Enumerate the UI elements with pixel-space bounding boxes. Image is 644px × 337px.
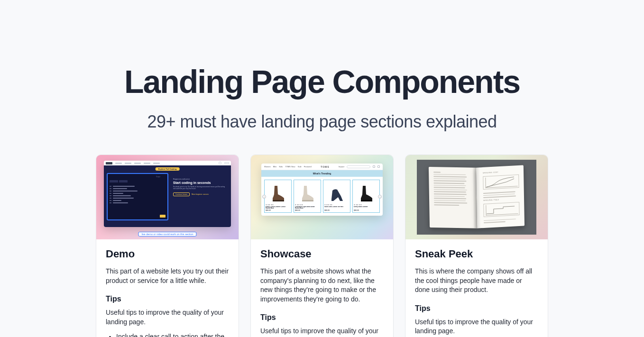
card-demo-description: This part of a website lets you try out …: [106, 267, 229, 285]
book-page-left: [429, 167, 477, 228]
book-chart-1: [483, 174, 519, 190]
product-price: $80.00: [266, 209, 290, 211]
demo-nav-item: [144, 163, 150, 164]
product-price: $80.00: [354, 209, 378, 211]
boot-icon: [356, 182, 376, 203]
demo-eyebrow: Beginners welcome: [173, 178, 227, 180]
demo-hero: Explore Full Catalog Output: [104, 165, 231, 227]
shop-nav-item: Kids: [279, 165, 283, 168]
product-name: Everly Cutout Leather Cutout Heeled Boot: [266, 206, 290, 209]
heel-icon: [327, 182, 347, 203]
product-price: $80.00: [324, 209, 349, 211]
shop-nav-item: Women: [264, 165, 271, 168]
shop-browser-window: Women Men Kids TOMS Gear Sale Featured T…: [261, 164, 383, 216]
card-showcase-tips-lead: Useful tips to improve the quality of yo…: [260, 327, 384, 337]
boot-icon: [297, 182, 317, 203]
product-price: $80.00: [295, 209, 320, 211]
shop-banner: What's Trending: [261, 170, 383, 177]
demo-secondary-link: More beginner courses: [192, 193, 209, 195]
card-sneak-peek-thumbnail: MARGINAL COST MARGINAL FIELD: [405, 155, 548, 239]
carousel-next-icon: ›: [378, 195, 382, 199]
card-demo-tip-item: Include a clear call to action after the: [116, 332, 229, 337]
card-showcase-description: This part of a website shows what the co…: [260, 267, 384, 304]
card-showcase[interactable]: Women Men Kids TOMS Gear Sale Featured T…: [250, 155, 394, 337]
page-title: Landing Page Components: [0, 65, 644, 98]
book-page-right: MARGINAL COST MARGINAL FIELD: [476, 165, 524, 228]
book-photo: MARGINAL COST MARGINAL FIELD: [417, 160, 536, 235]
user-icon: [373, 165, 375, 168]
search-icon: [219, 162, 221, 164]
shop-nav-item: Featured: [304, 165, 312, 168]
card-demo-title: Demo: [106, 248, 229, 260]
demo-logo: [106, 162, 112, 164]
card-sneak-peek-description: This is where the company shows off all …: [415, 267, 538, 295]
shop-product-row: ‹ › ★★★★★Everly Cutout Leather Cutout He…: [261, 177, 383, 216]
demo-nav-item: [134, 163, 141, 164]
demo-topbar: [104, 161, 231, 165]
demo-code-editor: Output: [107, 173, 168, 220]
page-subtitle: 29+ must have landing page sections expl…: [0, 112, 644, 132]
book-chart-label: MARGINAL COST: [483, 170, 519, 174]
card-demo-thumbnail: Explore Full Catalog Output: [96, 155, 239, 239]
demo-nav-item: [125, 163, 131, 164]
svg-rect-0: [273, 200, 284, 201]
book-chart-2: [483, 202, 519, 217]
card-showcase-thumbnail: Women Men Kids TOMS Gear Sale Featured T…: [251, 155, 393, 239]
demo-primary-button: Continue lesson: [173, 192, 190, 196]
demo-browser-window: Explore Full Catalog Output: [104, 161, 231, 227]
demo-output-label: Output: [156, 176, 166, 178]
product-card: ★★★★★Everly Black Leather$80.00: [352, 180, 380, 213]
product-name: Everly Black Leather: [354, 206, 378, 209]
demo-annotation-pill: live demo or video could work on this se…: [138, 232, 196, 237]
svg-rect-2: [361, 200, 372, 201]
demo-nav-item: [115, 163, 122, 164]
product-name: Milan Glow Closed Toe Heel: [324, 206, 349, 209]
card-showcase-body: Showcase This part of a website shows wh…: [251, 239, 393, 337]
demo-paragraph: Go ahead, give it a try. Our hands-on le…: [173, 186, 227, 190]
carousel-prev-icon: ‹: [262, 195, 266, 199]
open-book: MARGINAL COST MARGINAL FIELD: [429, 166, 524, 228]
card-sneak-peek-title: Sneak Peek: [415, 248, 538, 260]
demo-cta-pill: Explore Full Catalog: [156, 167, 180, 171]
demo-login-button: [224, 162, 229, 164]
card-sneak-peek-tips-lead: Useful tips to improve the quality of yo…: [415, 318, 538, 336]
card-sneak-peek[interactable]: MARGINAL COST MARGINAL FIELD: [405, 155, 548, 337]
demo-headline: Start coding in seconds: [173, 181, 227, 185]
card-demo-tips-list: Include a clear call to action after the: [106, 332, 229, 337]
demo-copy: Beginners welcome Start coding in second…: [173, 178, 227, 196]
product-card: ★★★★★Milan Glow Closed Toe Heel$80.00: [323, 180, 350, 213]
product-card: ★★★★★Everly Cutout Leather Cutout Heeled…: [264, 180, 292, 213]
card-showcase-tips-heading: Tips: [260, 313, 384, 322]
shop-nav-item: Men: [273, 165, 277, 168]
product-card: ★★★★★Constance Light Sand Suede Heeled B…: [294, 180, 321, 213]
shop-nav-item: TOMS Gear: [285, 165, 295, 168]
card-sneak-peek-tips-heading: Tips: [415, 304, 538, 313]
svg-rect-1: [302, 200, 313, 201]
shop-impact-link: Impact: [339, 165, 344, 168]
book-chart-label: MARGINAL FIELD: [483, 198, 519, 201]
boot-icon: [268, 182, 288, 203]
shop-topbar: Women Men Kids TOMS Gear Sale Featured T…: [261, 164, 383, 170]
shop-search-input: [347, 165, 370, 168]
product-name: Constance Light Sand Suede Heeled Boot: [295, 206, 320, 209]
shop-brand-logo: TOMS: [321, 165, 329, 168]
cards-grid: Explore Full Catalog Output: [96, 155, 548, 337]
card-showcase-title: Showcase: [260, 248, 384, 260]
shop-nav-item: Sale: [298, 165, 302, 168]
demo-run-button: [160, 215, 166, 218]
card-demo-body: Demo This part of a website lets you try…: [96, 239, 239, 337]
bag-icon: [377, 165, 380, 168]
demo-nav-item: [153, 163, 160, 164]
card-demo-tips-lead: Useful tips to improve the quality of yo…: [106, 308, 229, 327]
card-sneak-peek-body: Sneak Peek This is where the company sho…: [405, 239, 548, 337]
card-demo[interactable]: Explore Full Catalog Output: [96, 155, 239, 337]
card-demo-tips-heading: Tips: [106, 295, 229, 303]
